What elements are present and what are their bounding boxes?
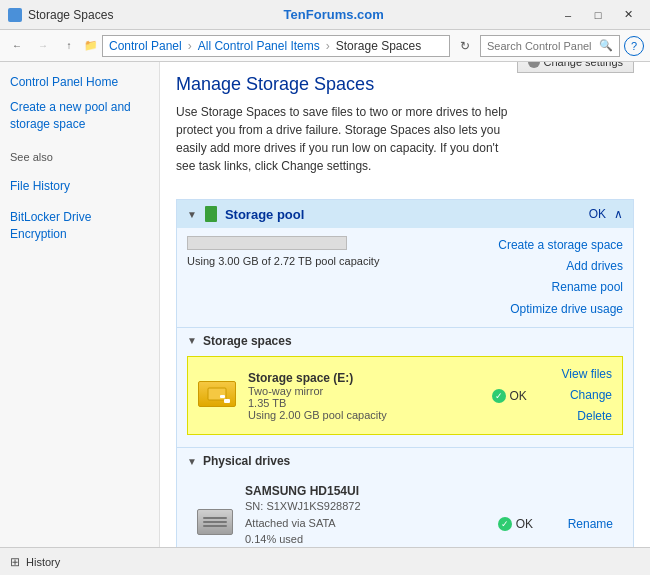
pool-usage-text: Using 3.00 GB of 2.72 TB pool capacity [187,255,379,267]
history-label[interactable]: History [26,556,60,568]
pool-status: OK ∧ [589,207,623,221]
change-settings-label: Change settings [544,62,624,68]
progress-bar-container [187,236,347,250]
drive-icon-body [198,381,236,407]
storage-space-info: Storage space (E:) Two-way mirror 1.35 T… [248,371,482,421]
pool-title: Storage pool [225,207,304,222]
storage-pool-section: ▼ Storage pool OK ∧ Using 3.00 GB of 2.7… [176,199,634,547]
drive-status-text-1: OK [516,517,533,531]
sidebar: Control Panel Home Create a new pool and… [0,62,160,547]
path-all-items[interactable]: All Control Panel Items [198,39,320,53]
storage-space-type: Two-way mirror [248,385,482,397]
pool-color-indicator [205,206,217,222]
storage-spaces-title: Storage spaces [203,334,292,348]
up-button[interactable]: ↑ [58,35,80,57]
rename-pool-link[interactable]: Rename pool [498,278,623,297]
physical-drives-title: Physical drives [203,454,290,468]
main-container: Control Panel Home Create a new pool and… [0,62,650,547]
add-drives-link[interactable]: Add drives [498,257,623,276]
minimize-button[interactable]: – [554,5,582,25]
search-box[interactable]: 🔍 [480,35,620,57]
description-text: Use Storage Spaces to save files to two … [176,103,517,175]
storage-spaces-header: ▼ Storage spaces [187,334,623,348]
search-icon[interactable]: 🔍 [599,39,613,52]
create-storage-space-link[interactable]: Create a storage space [498,236,623,255]
status-bar-icon: ⊞ [10,555,20,569]
drive-connection-1: Attached via SATA [245,515,488,532]
drive-used-1: 0.14% used [245,531,488,547]
sidebar-control-panel-home[interactable]: Control Panel Home [10,74,149,91]
see-also-section: See also File History BitLocker Drive En… [10,150,149,242]
physical-drive-item-1: SAMSUNG HD154UI SN: S1XWJ1KS928872 Attac… [187,476,623,547]
drive-info-1: SAMSUNG HD154UI SN: S1XWJ1KS928872 Attac… [245,484,488,547]
storage-space-item: Storage space (E:) Two-way mirror 1.35 T… [187,356,623,436]
see-also-label: See also [10,151,53,163]
physical-drives-header: ▼ Physical drives [187,454,623,468]
search-input[interactable] [487,40,599,52]
sidebar-bitlocker[interactable]: BitLocker Drive Encryption [10,210,91,241]
help-button[interactable]: ? [624,36,644,56]
status-bar: ⊞ History [0,547,650,575]
sidebar-create-pool[interactable]: Create a new pool and storage space [10,99,149,133]
path-current: Storage Spaces [336,39,421,53]
path-control-panel[interactable]: Control Panel [109,39,182,53]
storage-space-actions: View files Change Delete [562,365,612,427]
drive-status-1: ✓ OK [498,517,558,531]
change-settings-button[interactable]: Change settings [517,62,635,73]
content-area: Manage Storage Spaces Use Storage Spaces… [160,62,650,547]
window-controls: – □ ✕ [554,5,642,25]
watermark: TenForums.com [113,7,554,22]
pool-body-left: Using 3.00 GB of 2.72 TB pool capacity [187,236,498,268]
change-link[interactable]: Change [562,386,612,405]
back-button[interactable]: ← [6,35,28,57]
status-bar-left: ⊞ History [10,555,60,569]
title-bar: Storage Spaces TenForums.com – □ ✕ [0,0,650,30]
storage-spaces-subsection: ▼ Storage spaces Storage space (E:) [177,327,633,448]
close-button[interactable]: ✕ [614,5,642,25]
pool-actions: Create a storage space Add drives Rename… [498,236,623,319]
view-files-link[interactable]: View files [562,365,612,384]
forward-button[interactable]: → [32,35,54,57]
pool-collapse-icon[interactable]: ∧ [614,207,623,221]
hdd-icon-1 [197,509,235,539]
storage-space-icon [198,381,238,411]
svg-rect-0 [208,388,226,400]
rename-drive-1-link[interactable]: Rename [568,517,613,531]
pool-header: ▼ Storage pool OK ∧ [177,200,633,228]
maximize-button[interactable]: □ [584,5,612,25]
storage-space-status: ✓ OK [492,389,552,403]
pool-status-label: OK [589,207,606,221]
svg-rect-1 [220,395,225,398]
storage-space-size: 1.35 TB [248,397,482,409]
physical-drives-subsection: ▼ Physical drives SAMSUNG HD154UI [177,447,633,547]
pool-body: Using 3.00 GB of 2.72 TB pool capacity C… [177,228,633,327]
drive-serial-1: SN: S1XWJ1KS928872 [245,498,488,515]
storage-space-status-text: OK [510,389,527,403]
sidebar-file-history[interactable]: File History [10,179,70,193]
storage-space-name: Storage space (E:) [248,371,482,385]
optimize-drive-link[interactable]: Optimize drive usage [498,300,623,319]
address-path[interactable]: Control Panel › All Control Panel Items … [102,35,450,57]
storage-spaces-chevron[interactable]: ▼ [187,335,197,346]
address-bar: ← → ↑ 📁 Control Panel › All Control Pane… [0,30,650,62]
page-title: Manage Storage Spaces [176,74,634,95]
pool-chevron-icon[interactable]: ▼ [187,209,197,220]
folder-icon[interactable]: 📁 [84,39,98,52]
status-ok-icon: ✓ [492,389,506,403]
app-icon [8,8,22,22]
drive-name-1: SAMSUNG HD154UI [245,484,488,498]
refresh-button[interactable]: ↻ [454,35,476,57]
drive-status-icon-1: ✓ [498,517,512,531]
window-title: Storage Spaces [28,8,113,22]
physical-drives-chevron[interactable]: ▼ [187,456,197,467]
settings-icon [528,62,540,68]
drive-svg [207,387,227,401]
delete-link[interactable]: Delete [562,407,612,426]
storage-space-usage: Using 2.00 GB pool capacity [248,409,482,421]
